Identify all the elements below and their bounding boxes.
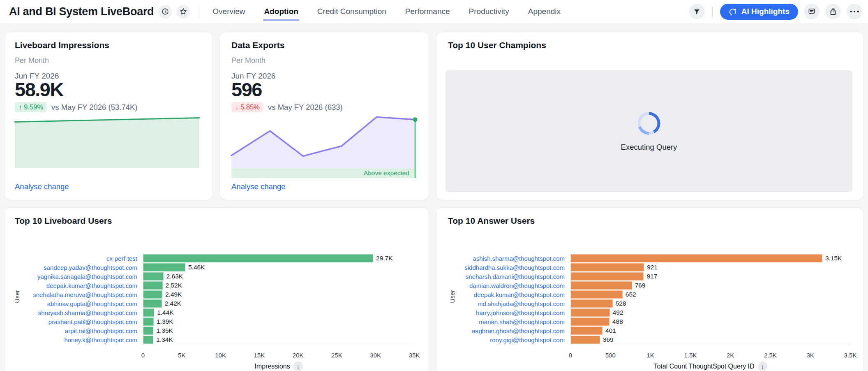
- analyse-change-link[interactable]: Analyse change: [231, 182, 286, 191]
- user-label[interactable]: yagnika.sanagala@thoughtspot.com: [5, 273, 143, 280]
- tab-overview[interactable]: Overview: [212, 0, 245, 23]
- delta-badge: ↓ 5.85%: [231, 102, 263, 112]
- user-label[interactable]: harry.johnson@thoughtspot.com: [436, 309, 570, 316]
- share-icon: [829, 7, 837, 16]
- analyse-change-link[interactable]: Analyse change: [15, 182, 69, 191]
- share-button[interactable]: [825, 4, 841, 19]
- chart-row: sneharsh.damani@thoughtspot.com917: [436, 272, 863, 281]
- user-label[interactable]: shreyash.sharma@thoughtspot.com: [5, 309, 143, 316]
- card-title: Liveboard Impressions: [15, 40, 109, 50]
- bar-track: 1.39K: [143, 317, 414, 326]
- bar-value-label: 917: [646, 273, 657, 280]
- info-button[interactable]: [158, 5, 172, 19]
- chart-row: arpit.rai@thoughtspot.com1.35K: [5, 326, 429, 335]
- header-actions: AI Highlights: [689, 0, 862, 23]
- user-label[interactable]: sandeep.yadav@thoughtspot.com: [5, 264, 143, 271]
- sort-descending-icon[interactable]: ↓: [758, 362, 767, 371]
- card-title: Top 10 User Champions: [448, 40, 546, 50]
- user-label[interactable]: deepak.kumar@thoughtspot.com: [436, 291, 570, 298]
- user-bar[interactable]: [143, 336, 153, 344]
- user-bar[interactable]: [143, 272, 164, 281]
- user-label[interactable]: deepak.kumar@thoughtspot.com: [5, 282, 143, 289]
- header-divider: [199, 6, 199, 17]
- bar-value-label: 401: [605, 327, 616, 334]
- bar-value-label: 769: [635, 282, 646, 289]
- x-axis-caption[interactable]: Impressions ↓: [143, 362, 414, 371]
- tab-adoption[interactable]: Adoption: [264, 0, 298, 23]
- user-label[interactable]: aaghran.ghosh@thoughtspot.com: [436, 327, 570, 334]
- delta-badge: ↑ 9.59%: [15, 102, 47, 112]
- user-bar[interactable]: [143, 327, 153, 335]
- user-label[interactable]: siddhardha.sukka@thoughtspot.com: [436, 264, 570, 271]
- bar-value-label: 369: [603, 336, 614, 343]
- user-label[interactable]: sneharsh.damani@thoughtspot.com: [436, 273, 570, 280]
- liveboard-impressions-card: Liveboard Impressions Per Month Jun FY 2…: [5, 32, 212, 200]
- card-title: Data Exports: [231, 40, 285, 50]
- bar-value-label: 2.49K: [165, 291, 182, 298]
- loading-status: Executing Query: [621, 143, 677, 152]
- user-label[interactable]: manan.shah@thoughtspot.com: [436, 318, 570, 325]
- user-bar[interactable]: [143, 281, 163, 290]
- user-bar[interactable]: [570, 281, 632, 290]
- favorite-button[interactable]: [176, 5, 190, 19]
- sort-descending-icon[interactable]: ↓: [293, 362, 303, 371]
- bar-track: 917: [570, 272, 850, 281]
- user-bar[interactable]: [570, 299, 613, 308]
- chart-row: abhinav.gupta@thoughtspot.com2.42K: [5, 299, 429, 308]
- ai-highlights-label: AI Highlights: [741, 7, 790, 16]
- user-bar[interactable]: [570, 254, 822, 262]
- user-bar[interactable]: [143, 263, 185, 271]
- user-bar[interactable]: [143, 254, 373, 262]
- user-label[interactable]: damian.waldron@thoughtspot.com: [436, 282, 570, 289]
- user-label[interactable]: ashish.sharma@thoughtspot.com: [436, 255, 570, 262]
- bar-track: 3.15K: [570, 254, 850, 263]
- user-bar[interactable]: [570, 327, 603, 335]
- ai-highlights-button[interactable]: AI Highlights: [720, 4, 798, 20]
- chart-row: md.shahjada@thoughtspot.com528: [436, 299, 863, 308]
- kpi-value: 58.9K: [15, 78, 63, 101]
- tab-productivity[interactable]: Productivity: [469, 0, 509, 23]
- user-label[interactable]: arpit.rai@thoughtspot.com: [5, 327, 143, 334]
- user-label[interactable]: prashant.patil@thoughtspot.com: [5, 318, 143, 325]
- kpi-delta-row: ↓ 5.85% vs May FY 2026 (633): [231, 102, 343, 112]
- bar-track: 1.34K: [143, 335, 414, 344]
- user-bar[interactable]: [570, 308, 610, 317]
- user-bar[interactable]: [143, 308, 154, 317]
- tab-credit-consumption[interactable]: Credit Consumption: [317, 0, 386, 23]
- user-label[interactable]: snehalatha.meruva@thoughtspot.com: [5, 291, 143, 298]
- actions-divider: [712, 6, 713, 17]
- bar-track: 369: [570, 335, 850, 344]
- user-label[interactable]: abhinav.gupta@thoughtspot.com: [5, 300, 143, 307]
- user-label[interactable]: cx-perf-test: [5, 255, 143, 262]
- chart-row: ashish.sharma@thoughtspot.com3.15K: [436, 254, 863, 263]
- more-options-button[interactable]: [847, 4, 862, 19]
- tab-performance[interactable]: Performance: [405, 0, 450, 23]
- bar-value-label: 488: [612, 318, 623, 325]
- user-label[interactable]: rony.gigi@thoughtspot.com: [436, 336, 570, 343]
- chart-row: snehalatha.meruva@thoughtspot.com2.49K: [5, 290, 429, 299]
- x-axis-ticks: 05001K1.5K2K2.5K3K3.5K: [570, 352, 850, 359]
- user-bar[interactable]: [143, 318, 154, 326]
- y-axis-line: [570, 254, 571, 345]
- bar-track: 5.46K: [143, 263, 414, 272]
- user-bar[interactable]: [570, 336, 600, 344]
- user-bar[interactable]: [143, 299, 162, 308]
- user-label[interactable]: md.shahjada@thoughtspot.com: [436, 300, 570, 307]
- kpi-value: 596: [231, 78, 262, 101]
- user-bar[interactable]: [570, 263, 644, 271]
- user-bar[interactable]: [570, 318, 609, 326]
- axis-tick: 1.5K: [684, 352, 697, 359]
- axis-tick: 500: [605, 352, 616, 359]
- user-label[interactable]: honey.k@thoughtspot.com: [5, 336, 143, 343]
- user-bar[interactable]: [570, 272, 644, 281]
- tab-appendix[interactable]: Appendix: [528, 0, 561, 23]
- filter-button[interactable]: [689, 4, 705, 19]
- kpi-delta-row: ↑ 9.59% vs May FY 2026 (53.74K): [15, 102, 137, 112]
- comments-button[interactable]: [804, 4, 820, 19]
- user-bar[interactable]: [570, 290, 623, 299]
- ai-sparkle-icon: [729, 7, 737, 16]
- x-axis-caption[interactable]: Total Count ThoughtSpot Query ID ↓: [570, 362, 850, 371]
- bar-value-label: 2.63K: [166, 273, 183, 280]
- page-title: AI and BI System LiveBoard: [9, 5, 154, 18]
- user-bar[interactable]: [143, 290, 162, 299]
